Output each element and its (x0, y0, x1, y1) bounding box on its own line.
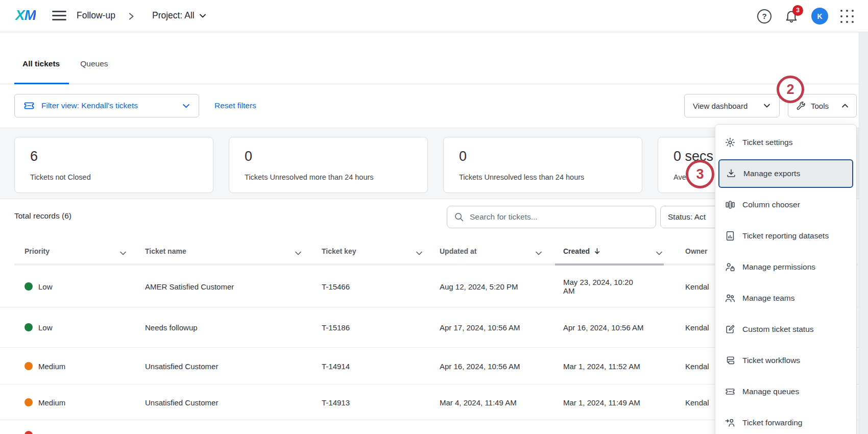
cell-created: Mar 1, 2024, 11:49 AM (563, 398, 658, 406)
cell-priority: Low (38, 282, 53, 291)
stat-label: Tickets Unresolved less than 24 hours (459, 173, 630, 181)
cell-owner: Kendal (685, 282, 709, 291)
menu-item-ticket-workflows[interactable]: Ticket workflows (715, 346, 856, 375)
stat-value: 6 (30, 148, 201, 165)
column-header-ticket-key[interactable]: Ticket key (322, 247, 356, 255)
tools-label: Tools (811, 102, 829, 110)
filter-view-label: Filter view: Kendall's tickets (41, 101, 138, 110)
download-icon (726, 168, 737, 179)
app-window: XM Follow-up Project: All ? 3 K All tick… (0, 0, 868, 434)
menu-item-manage-exports[interactable]: Manage exports (718, 159, 853, 188)
column-header-updated-at[interactable]: Updated at (440, 247, 476, 255)
person-arrow-icon (725, 417, 736, 428)
column-menu-chevron-icon[interactable] (655, 249, 663, 257)
cell-ticket-name: Unsatisfied Customer (145, 398, 218, 406)
cell-created: Mar 1, 2024, 11:52 AM (563, 361, 658, 370)
cell-owner: Kendal (685, 323, 709, 332)
menu-item-ticket-settings[interactable]: Ticket settings (715, 128, 856, 157)
cell-ticket-key: T-15466 (322, 282, 350, 291)
wrench-icon (795, 101, 806, 111)
menu-item-custom-ticket-status[interactable]: Custom ticket status (715, 315, 856, 344)
app-grid-icon[interactable] (840, 10, 854, 23)
hamburger-menu-icon[interactable] (52, 11, 66, 21)
filter-view-dropdown[interactable]: Filter view: Kendall's tickets (14, 94, 199, 117)
report-document-icon (725, 230, 736, 242)
notifications-button[interactable]: 3 (784, 9, 799, 24)
column-header-owner[interactable]: Owner (685, 247, 708, 255)
columns-icon (725, 199, 736, 210)
menu-item-manage-permissions[interactable]: Manage permissions (715, 253, 856, 281)
menu-item-manage-teams[interactable]: Manage teams (715, 284, 856, 312)
column-menu-chevron-icon[interactable] (119, 249, 127, 257)
stat-card-unresolved-more-24h: 0 Tickets Unresolved more than 24 hours (229, 137, 428, 193)
priority-dot (25, 398, 33, 406)
stat-value: 0 (459, 148, 630, 165)
cell-updated-at: Apr 16, 2024, 10:56 AM (440, 361, 520, 370)
cell-ticket-name: AMER Satisfied Customer (145, 282, 234, 291)
view-dashboard-label: View dashboard (693, 102, 748, 110)
breadcrumb-chevron-icon (128, 12, 135, 21)
column-menu-chevron-icon[interactable] (294, 249, 302, 257)
column-menu-chevron-icon[interactable] (415, 249, 423, 257)
cell-ticket-name: Unsatisfied Customer (145, 361, 218, 370)
tab-queues[interactable]: Queues (72, 55, 116, 78)
scrollbar[interactable] (859, 32, 868, 434)
stat-card-not-closed: 6 Tickets not Closed (14, 137, 213, 193)
avatar[interactable]: K (811, 8, 828, 25)
cell-updated-at: Apr 17, 2024, 10:56 AM (440, 323, 520, 332)
annotation-step-3: 3 (686, 160, 714, 188)
priority-dot (25, 323, 33, 331)
ticket-icon (725, 386, 736, 397)
menu-item-manage-queues[interactable]: Manage queues (715, 377, 856, 406)
status-filter-button[interactable]: Status: Act (660, 206, 721, 228)
help-icon[interactable]: ? (757, 9, 771, 23)
cell-created: May 23, 2024, 10:20 AM (563, 278, 658, 295)
notification-badge: 3 (792, 5, 803, 16)
search-box (447, 206, 656, 228)
column-header-created[interactable]: Created (563, 247, 601, 255)
cell-priority: Low (38, 323, 53, 332)
cell-priority: Medium (38, 361, 65, 370)
person-lock-icon (725, 261, 736, 273)
breadcrumb-project-selector[interactable]: Project: All (152, 10, 207, 21)
people-icon (725, 293, 736, 304)
stat-label: Tickets not Closed (30, 173, 201, 181)
priority-dot (25, 282, 33, 291)
edit-icon (725, 324, 736, 335)
cell-owner: Kendal (685, 361, 709, 370)
cell-priority: Medium (38, 398, 65, 406)
reset-filters-link[interactable]: Reset filters (214, 101, 256, 110)
active-tab-underline (14, 83, 69, 84)
cell-created: Apr 16, 2024, 10:56 AM (563, 323, 658, 332)
column-menu-chevron-icon[interactable] (535, 249, 543, 257)
column-header-ticket-name[interactable]: Ticket name (145, 247, 186, 255)
search-input[interactable] (470, 212, 649, 222)
stat-card-unresolved-less-24h: 0 Tickets Unresolved less than 24 hours (443, 137, 642, 193)
cell-ticket-key: T-14914 (322, 361, 350, 370)
chevron-up-icon (841, 102, 849, 110)
tabs-divider (0, 84, 868, 84)
top-bar: XM Follow-up Project: All ? 3 K (0, 0, 868, 32)
chevron-down-icon (182, 102, 190, 110)
stat-value: 0 (245, 148, 415, 165)
ticket-icon (23, 100, 35, 112)
search-icon (453, 211, 465, 223)
menu-item-ticket-reporting-datasets[interactable]: Ticket reporting datasets (715, 222, 856, 250)
priority-dot (25, 431, 33, 434)
workflow-icon (725, 355, 736, 366)
xm-logo[interactable]: XM (15, 7, 36, 23)
tab-all-tickets[interactable]: All tickets (14, 55, 68, 78)
column-header-priority[interactable]: Priority (25, 247, 50, 255)
total-records-label: Total records (6) (14, 211, 71, 221)
breadcrumb-project-name[interactable]: Follow-up (77, 10, 115, 21)
cell-ticket-key: T-14913 (322, 398, 350, 406)
view-dashboard-button[interactable]: View dashboard (684, 94, 780, 117)
cell-ticket-name: Needs followup (145, 323, 198, 332)
cell-updated-at: Aug 12, 2024, 5:20 PM (440, 282, 518, 291)
annotation-step-2: 2 (777, 76, 804, 103)
gear-icon (725, 137, 736, 148)
menu-item-column-chooser[interactable]: Column chooser (715, 190, 856, 219)
tab-bar: All tickets Queues (14, 55, 116, 78)
priority-dot (25, 362, 33, 370)
menu-item-ticket-forwarding[interactable]: Ticket forwarding (715, 408, 856, 434)
